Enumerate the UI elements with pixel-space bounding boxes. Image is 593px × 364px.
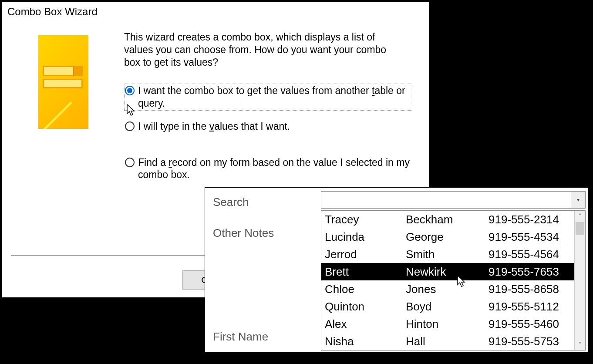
scrollbar[interactable]: ˄ ˅	[574, 211, 585, 350]
cell-phone: 919-555-4534	[487, 230, 574, 244]
chevron-up-icon: ˄	[579, 213, 581, 219]
combo-area: ▾ TraceyBeckham919-555-2314LucindaGeorge…	[319, 188, 588, 352]
cell-last-name: Hall	[404, 335, 487, 348]
combo-dropdown-list: TraceyBeckham919-555-2314LucindaGeorge91…	[321, 210, 586, 351]
cell-phone: 919-555-4564	[487, 248, 574, 261]
combo-list-item[interactable]: ChloeJones919-555-8658	[321, 280, 574, 298]
radio-indicator-icon	[125, 121, 135, 131]
scroll-thumb[interactable]	[576, 222, 584, 235]
form-labels-column: Search Other Notes First Name	[205, 188, 319, 352]
search-combo-input[interactable]: ▾	[321, 191, 586, 209]
cell-phone: 919-555-5753	[487, 335, 574, 348]
cell-last-name: Beckham	[404, 213, 487, 226]
combo-list-item[interactable]: BrettNewkirk919-555-7653	[321, 263, 574, 280]
cell-phone: 919-555-5460	[487, 317, 574, 331]
cell-last-name: Newkirk	[404, 265, 487, 279]
combo-rows-container: TraceyBeckham919-555-2314LucindaGeorge91…	[321, 211, 574, 350]
combo-list-item[interactable]: LucindaGeorge919-555-4534	[321, 228, 574, 246]
cell-first-name: Brett	[321, 265, 404, 279]
wizard-intro-text: This wizard creates a combo box, which d…	[124, 31, 403, 68]
scroll-up-button[interactable]: ˄	[575, 211, 585, 221]
cell-first-name: Tracey	[321, 213, 404, 226]
cell-phone: 919-555-7653	[487, 265, 574, 279]
dialog-title: Combo Box Wizard	[2, 2, 429, 20]
combo-text-field[interactable]	[321, 192, 571, 208]
radio-label: Find a record on my form based on the va…	[138, 156, 412, 182]
first-name-label: First Name	[213, 330, 268, 344]
radio-label: I will type in the values that I want.	[138, 120, 290, 133]
scroll-down-button[interactable]: ˅	[575, 340, 585, 350]
cell-last-name: Smith	[404, 248, 487, 261]
radio-values-from-table[interactable]: I want the combo box to get the values f…	[124, 84, 413, 111]
radio-indicator-icon	[125, 158, 135, 167]
cell-phone: 919-555-5112	[487, 300, 574, 313]
wizard-graphic	[13, 31, 113, 233]
cell-last-name: George	[404, 230, 487, 244]
combo-list-item[interactable]: TraceyBeckham919-555-2314	[321, 211, 574, 228]
radio-label: I want the combo box to get the values f…	[138, 84, 412, 110]
cell-last-name: Jones	[404, 283, 487, 296]
radio-indicator-icon	[125, 86, 135, 95]
combo-list-item[interactable]: QuintonBoyd919-555-5112	[321, 298, 574, 315]
chevron-down-icon: ▾	[577, 197, 580, 203]
other-notes-label: Other Notes	[213, 226, 311, 240]
radio-type-values[interactable]: I will type in the values that I want.	[124, 119, 413, 134]
dropdown-toggle-button[interactable]: ▾	[571, 192, 585, 208]
cell-first-name: Lucinda	[321, 230, 404, 244]
search-label: Search	[213, 195, 311, 209]
chevron-down-icon: ˅	[579, 342, 581, 348]
cell-phone: 919-555-2314	[487, 213, 574, 226]
combo-list-item[interactable]: AlexHinton919-555-5460	[321, 315, 574, 333]
cell-last-name: Boyd	[404, 300, 487, 313]
cell-first-name: Chloe	[321, 283, 404, 296]
cell-first-name: Jerrod	[321, 248, 404, 261]
combo-list-item[interactable]: NishaHall919-555-5753	[321, 333, 574, 350]
cell-phone: 919-555-8658	[487, 283, 574, 296]
radio-find-record[interactable]: Find a record on my form based on the va…	[124, 155, 413, 182]
cell-last-name: Hinton	[404, 317, 487, 331]
form-preview-panel: Search Other Notes First Name ▾ TraceyBe…	[205, 187, 589, 353]
cell-first-name: Alex	[321, 317, 404, 331]
cell-first-name: Quinton	[321, 300, 404, 313]
combo-illustration-icon	[38, 35, 88, 129]
combo-list-item[interactable]: JerrodSmith919-555-4564	[321, 246, 574, 263]
cell-first-name: Nisha	[321, 335, 404, 348]
